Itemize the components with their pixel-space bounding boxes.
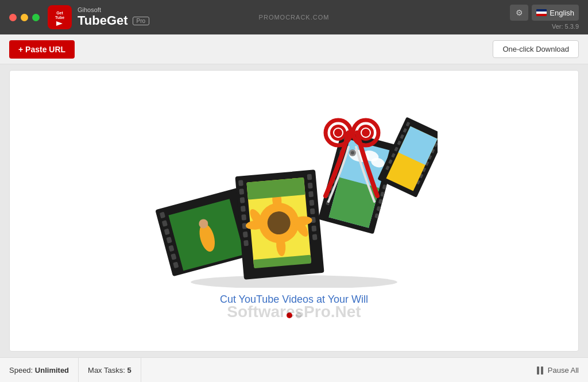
- svg-point-4: [191, 275, 397, 288]
- window-controls: [9, 14, 40, 21]
- svg-rect-29: [241, 214, 246, 221]
- gear-icon: ⚙: [516, 8, 523, 17]
- app-brand: Gihosoft: [78, 6, 149, 13]
- maximize-button[interactable]: [32, 14, 40, 21]
- svg-rect-36: [309, 199, 314, 206]
- svg-rect-34: [308, 182, 313, 188]
- svg-rect-40: [312, 234, 318, 240]
- pause-all-button[interactable]: Pause All: [537, 366, 579, 375]
- main-content: Cut YouTube Videos at Your Will Software…: [9, 70, 579, 352]
- app-logo: Get Tube: [48, 5, 72, 29]
- minimize-button[interactable]: [21, 14, 28, 21]
- toolbar: + Paste URL One-click Download: [0, 34, 588, 64]
- slide-caption[interactable]: Cut YouTube Videos at Your Will: [220, 294, 368, 306]
- speed-status: Speed: Unlimited: [9, 358, 79, 382]
- max-tasks-status: Max Tasks: 5: [79, 358, 141, 382]
- app-name: Gihosoft TubeGet Pro: [78, 6, 149, 28]
- svg-point-101: [358, 125, 374, 141]
- titlebar-controls: ⚙ English: [510, 5, 579, 21]
- app-title-text: TubeGet: [78, 13, 128, 28]
- language-label: English: [550, 9, 574, 17]
- svg-point-104: [351, 151, 354, 155]
- max-tasks-label: Max Tasks:: [88, 366, 125, 375]
- illustration: [150, 104, 438, 288]
- app-title-row: TubeGet Pro: [78, 13, 149, 28]
- slide-dot-1[interactable]: [287, 312, 292, 318]
- svg-rect-25: [238, 180, 243, 186]
- svg-rect-33: [307, 173, 312, 180]
- paste-url-button[interactable]: + Paste URL: [9, 40, 75, 59]
- pro-badge: Pro: [133, 17, 150, 25]
- flag-icon: [536, 9, 547, 16]
- close-button[interactable]: [9, 14, 17, 21]
- statusbar: Speed: Unlimited Max Tasks: 5 Pause All: [0, 357, 588, 382]
- svg-rect-28: [241, 206, 246, 212]
- svg-rect-26: [239, 188, 244, 195]
- promo-text: PROMOCRACK.COM: [259, 14, 330, 21]
- pause-all-label: Pause All: [548, 366, 579, 375]
- pause-bar-2: [541, 366, 543, 375]
- slide-dots: [287, 312, 301, 318]
- language-button[interactable]: English: [532, 5, 579, 21]
- settings-button[interactable]: ⚙: [510, 5, 528, 21]
- svg-text:Tube: Tube: [55, 16, 64, 20]
- svg-rect-31: [243, 231, 248, 237]
- svg-text:Get: Get: [56, 11, 63, 15]
- pause-icon: [537, 366, 543, 375]
- version-text: Ver: 5.3.9: [552, 23, 579, 30]
- speed-value: Unlimited: [35, 366, 69, 375]
- svg-point-98: [330, 125, 346, 141]
- titlebar: Get Tube Gihosoft TubeGet Pro PROMOCRACK…: [0, 0, 588, 34]
- svg-rect-39: [311, 225, 316, 231]
- slide-container: Cut YouTube Videos at Your Will: [10, 71, 578, 351]
- one-click-download-button[interactable]: One-click Download: [493, 40, 579, 58]
- svg-rect-27: [240, 197, 245, 203]
- max-tasks-value: 5: [127, 366, 131, 375]
- svg-rect-37: [310, 208, 315, 214]
- pause-bar-1: [537, 366, 539, 375]
- speed-label: Speed:: [9, 366, 33, 375]
- svg-rect-35: [308, 191, 314, 197]
- titlebar-right: ⚙ English Ver: 5.3.9: [510, 5, 579, 30]
- svg-rect-32: [243, 240, 249, 246]
- slide-dot-2[interactable]: [296, 312, 301, 318]
